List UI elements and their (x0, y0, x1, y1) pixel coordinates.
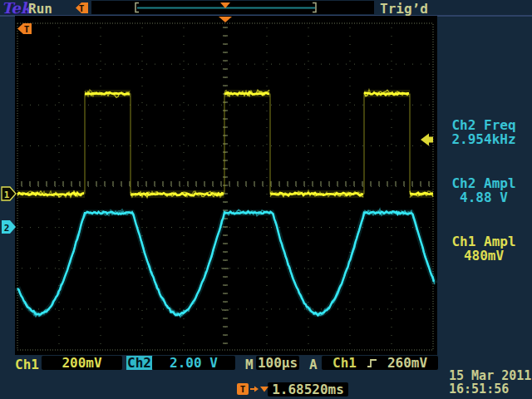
svg-text:T: T (240, 384, 246, 395)
oscilloscope-screen: Tek Run Trig’d T T 1 (0, 0, 532, 399)
svg-text:1: 1 (4, 190, 10, 200)
delay-arrow-icon (250, 387, 259, 392)
measurement-ch2-freq: Ch2 Freq 2.954kHz (439, 118, 529, 146)
measurement-ch1-ampl: Ch1 Ampl 480mV (439, 234, 529, 263)
measurement-value: 2.954kHz (439, 132, 529, 146)
svg-text:2: 2 (4, 223, 10, 234)
date-value: 15 Mar 2011 (449, 369, 532, 382)
datetime-readout: 15 Mar 2011 16:51:56 (449, 369, 532, 396)
waveform-traces (17, 90, 435, 318)
measurement-label: Ch2 Freq (439, 118, 529, 132)
measurement-value: 480mV (439, 249, 529, 263)
delay-down-triangle-icon (260, 387, 268, 392)
trigger-position-icon (219, 17, 232, 22)
delay-trigger-t-icon: T (237, 383, 249, 395)
measurement-label: Ch1 Ampl (439, 234, 529, 249)
measurement-value: 4.88 V (439, 190, 529, 204)
measurement-ch2-ampl: Ch2 Ampl 4.88 V (439, 176, 529, 204)
time-value: 16:51:56 (449, 382, 532, 396)
svg-text:T: T (24, 24, 30, 35)
channel-2-marker: 2 (2, 220, 16, 234)
channel-1-marker: 1 (2, 187, 16, 200)
svg-text:T: T (79, 3, 85, 14)
trigger-time-flag-icon: T (17, 23, 32, 35)
trigger-level-arrow-icon (421, 134, 433, 146)
topbar-trigger-t-icon: T (76, 2, 88, 14)
measurement-label: Ch2 Ampl (439, 176, 529, 190)
graticule-grid (17, 23, 433, 350)
